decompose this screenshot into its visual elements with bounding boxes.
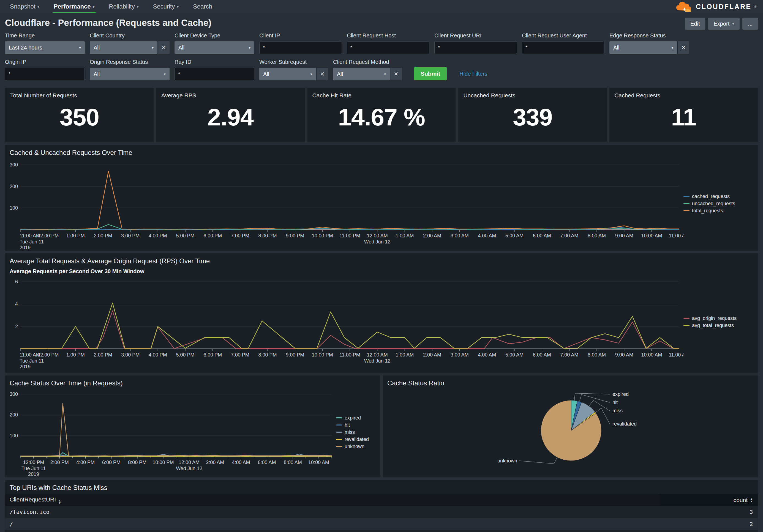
svg-text:11:00 PM: 11:00 PM — [339, 233, 360, 238]
requests-over-time-chart: 10020030011:00 AMTue Jun 11201912:00 PM1… — [5, 157, 684, 250]
pie-label-unknown: unknown — [497, 458, 517, 464]
legend-item-unknown[interactable]: unknown — [336, 444, 378, 449]
client-request-host-input[interactable] — [347, 41, 429, 54]
origin-ip-input[interactable] — [5, 68, 85, 80]
svg-text:10:00 AM: 10:00 AM — [641, 233, 662, 238]
legend-item-hit[interactable]: hit — [336, 422, 378, 428]
panel-title: Average Total Requests & Average Origin … — [5, 253, 758, 265]
client-request-uri-input[interactable] — [434, 41, 517, 54]
cache-status-over-time-svg: 10020030012:00 PMTue Jun 1120192:00 PM4:… — [5, 388, 336, 477]
client-ip-input[interactable] — [259, 41, 342, 54]
nav-item-reliability[interactable]: Reliability▾ — [102, 0, 146, 13]
clear-filter-button[interactable]: ✕ — [390, 68, 402, 80]
legend-item-expired[interactable]: expired — [336, 415, 378, 421]
caret-down-icon: ▾ — [671, 46, 673, 50]
svg-text:2:00 PM: 2:00 PM — [51, 460, 69, 465]
nav-item-snapshot[interactable]: Snapshot▾ — [3, 0, 47, 13]
legend-swatch — [684, 325, 690, 326]
filter-label: Client Device Type — [174, 33, 254, 39]
svg-text:3:00 PM: 3:00 PM — [121, 352, 140, 358]
svg-text:9:00 AM: 9:00 AM — [615, 352, 633, 358]
stat-card-cache-hit-rate: Cache Hit Rate14.67 % — [307, 87, 456, 142]
svg-text:10:00 PM: 10:00 PM — [312, 233, 333, 238]
clear-filter-button[interactable]: ✕ — [158, 41, 169, 54]
origin-response-status-select[interactable]: All▾ — [90, 68, 169, 80]
filter-label: Ray ID — [174, 59, 254, 65]
legend-item-revalidated[interactable]: revalidated — [336, 437, 378, 442]
svg-text:6:00 PM: 6:00 PM — [203, 352, 222, 358]
worker-subrequest-select[interactable]: All▾ — [259, 68, 316, 80]
column-header-uri[interactable]: ClientRequestURI▲▼ — [5, 496, 660, 504]
edge-response-status-select[interactable]: All▾ — [609, 41, 677, 54]
ray-id-input[interactable] — [174, 68, 254, 80]
client-request-method-select[interactable]: All▾ — [333, 68, 390, 80]
nav-item-security[interactable]: Security▾ — [146, 0, 186, 13]
chart-legend: expiredhitmissrevalidatedunknown — [336, 388, 380, 477]
filter-worker-subrequest: Worker SubrequestAll▾✕ — [259, 59, 328, 80]
svg-text:9:00 AM: 9:00 AM — [615, 233, 633, 238]
svg-text:1:00 AM: 1:00 AM — [395, 233, 414, 238]
stat-value: 14.67 % — [312, 99, 451, 138]
clear-filter-button[interactable]: ✕ — [678, 41, 689, 54]
stat-card-uncached-requests: Uncached Requests339 — [458, 87, 607, 142]
select-value: All — [94, 44, 100, 51]
client-country-select[interactable]: All▾ — [90, 41, 158, 54]
caret-down-icon: ▾ — [137, 4, 139, 9]
legend-item-avg-total-requests[interactable]: avg_total_requests — [684, 323, 755, 328]
panel-cache-status-time: Cache Status Over Time (in Requests) 100… — [5, 375, 381, 478]
filter-origin-ip: Origin IP — [5, 59, 85, 80]
stat-label: Uncached Requests — [463, 92, 602, 99]
svg-text:8:00 AM: 8:00 AM — [588, 352, 606, 358]
chart-legend: cached_requestsuncached_requeststotal_re… — [684, 157, 758, 250]
legend-swatch — [684, 203, 690, 204]
nav-item-search[interactable]: Search — [186, 0, 219, 13]
legend-item-avg-origin-requests[interactable]: avg_origin_requests — [684, 315, 755, 321]
panel-requests-over-time: Cached & Uncached Requests Over Time 100… — [5, 145, 758, 251]
legend-item-cached-requests[interactable]: cached_requests — [684, 194, 755, 200]
hide-filters-link[interactable]: Hide Filters — [459, 71, 487, 77]
filter-label: Client Request URI — [434, 33, 517, 39]
clear-filter-button[interactable]: ✕ — [317, 68, 328, 80]
column-header-count[interactable]: count▲▼ — [660, 494, 758, 506]
nav-item-performance[interactable]: Performance▾ — [47, 0, 102, 13]
nav-item-label: Reliability — [109, 3, 135, 10]
submit-button[interactable]: Submit — [414, 67, 447, 80]
avg-rps-over-time-svg: 24611:00 AMTue Jun 11201912:00 PM1:00 PM… — [5, 275, 684, 369]
select-value: All — [613, 44, 619, 51]
legend-label: expired — [345, 415, 361, 421]
time-range-select[interactable]: Last 24 hours▾ — [5, 41, 85, 54]
stat-value: 2.94 — [161, 99, 300, 138]
svg-text:5:00 PM: 5:00 PM — [176, 233, 194, 238]
legend-label: miss — [345, 429, 355, 435]
client-request-user-agent-input[interactable] — [522, 41, 604, 54]
svg-text:6:00 PM: 6:00 PM — [203, 233, 222, 238]
client-device-type-select[interactable]: All▾ — [174, 41, 254, 54]
filter-label: Origin Response Status — [90, 59, 169, 65]
filter-label: Client Request User Agent — [522, 33, 604, 39]
stat-card-average-rps: Average RPS2.94 — [156, 87, 305, 142]
caret-down-icon: ▾ — [177, 4, 179, 9]
svg-text:5:00 PM: 5:00 PM — [176, 352, 194, 358]
legend-item-total-requests[interactable]: total_requests — [684, 208, 755, 214]
svg-text:Wed Jun 12: Wed Jun 12 — [176, 466, 202, 471]
legend-item-uncached-requests[interactable]: uncached_requests — [684, 201, 755, 207]
table-header-row: ClientRequestURI▲▼ count▲▼ — [5, 494, 758, 506]
svg-text:10:00 PM: 10:00 PM — [153, 460, 174, 465]
edit-button[interactable]: Edit — [685, 18, 705, 30]
caret-down-icon: ▾ — [310, 72, 312, 76]
top-nav-bar: Snapshot▾Performance▾Reliability▾Securit… — [0, 0, 763, 13]
stat-value: 11 — [614, 99, 753, 138]
filter-client-device-type: Client Device TypeAll▾ — [174, 33, 254, 54]
legend-item-miss[interactable]: miss — [336, 429, 378, 435]
legend-label: hit — [345, 422, 350, 428]
filter-client-request-host: Client Request Host — [347, 33, 429, 54]
svg-text:4: 4 — [15, 301, 18, 307]
svg-text:6:00 AM: 6:00 AM — [533, 352, 551, 358]
caret-down-icon: ▾ — [38, 4, 39, 9]
export-button[interactable]: Export ▾ — [708, 18, 740, 30]
chart-legend: avg_origin_requestsavg_total_requests — [684, 275, 758, 369]
pie-label-hit: hit — [612, 400, 618, 405]
legend-swatch — [336, 446, 342, 447]
svg-text:7:00 PM: 7:00 PM — [231, 233, 249, 238]
more-options-button[interactable]: ... — [742, 18, 758, 30]
